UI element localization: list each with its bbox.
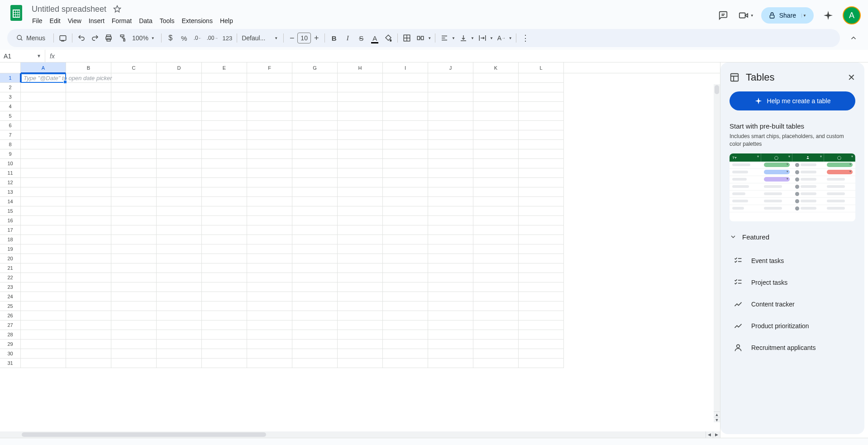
- cell[interactable]: [247, 149, 292, 159]
- cell[interactable]: [111, 111, 157, 121]
- cell[interactable]: [519, 168, 564, 178]
- cell[interactable]: [66, 349, 111, 359]
- cell[interactable]: [66, 73, 111, 83]
- column-header[interactable]: G: [292, 62, 338, 73]
- bold-button[interactable]: B: [328, 31, 340, 45]
- cell[interactable]: [111, 244, 157, 254]
- scroll-left-button[interactable]: ◀: [706, 431, 713, 438]
- cell[interactable]: [21, 73, 66, 83]
- cell[interactable]: [383, 254, 428, 263]
- template-product-prioritization[interactable]: Product prioritization: [730, 315, 855, 337]
- cell[interactable]: [111, 168, 157, 178]
- sheets-tab-icon[interactable]: [57, 31, 69, 45]
- cell[interactable]: [519, 111, 564, 121]
- cell[interactable]: [292, 263, 338, 273]
- cell[interactable]: [428, 273, 473, 282]
- cell[interactable]: [473, 282, 519, 292]
- cell[interactable]: [519, 130, 564, 140]
- cell[interactable]: [519, 340, 564, 349]
- cell[interactable]: [473, 168, 519, 178]
- cell[interactable]: [519, 225, 564, 235]
- cell[interactable]: [428, 244, 473, 254]
- cell[interactable]: [111, 121, 157, 130]
- merge-cells-button[interactable]: ▼: [414, 31, 432, 45]
- cell[interactable]: [338, 225, 383, 235]
- cell[interactable]: [519, 73, 564, 83]
- cell[interactable]: [157, 149, 202, 159]
- cell[interactable]: [157, 178, 202, 187]
- cell[interactable]: [292, 292, 338, 301]
- cell[interactable]: [292, 140, 338, 149]
- cell[interactable]: [157, 235, 202, 244]
- cell[interactable]: [473, 330, 519, 340]
- cell[interactable]: [473, 197, 519, 206]
- cell[interactable]: [473, 111, 519, 121]
- cell[interactable]: [157, 159, 202, 168]
- cell[interactable]: [66, 83, 111, 92]
- cell[interactable]: [21, 206, 66, 216]
- cell[interactable]: [111, 216, 157, 225]
- cell[interactable]: [202, 102, 247, 111]
- menu-tools[interactable]: Tools: [157, 15, 178, 26]
- cell[interactable]: [473, 340, 519, 349]
- cell[interactable]: [157, 311, 202, 321]
- star-icon[interactable]: [113, 5, 122, 14]
- cell[interactable]: [66, 140, 111, 149]
- horizontal-scrollbar[interactable]: ◀ ▶: [0, 431, 720, 438]
- cell[interactable]: [247, 330, 292, 340]
- cell[interactable]: [247, 130, 292, 140]
- cell[interactable]: [473, 235, 519, 244]
- cell[interactable]: [202, 178, 247, 187]
- cell[interactable]: [338, 301, 383, 311]
- cell[interactable]: [383, 168, 428, 178]
- font-size-input[interactable]: [297, 33, 311, 43]
- cell[interactable]: [247, 263, 292, 273]
- cell[interactable]: [383, 235, 428, 244]
- cell[interactable]: [21, 321, 66, 330]
- cell[interactable]: [519, 349, 564, 359]
- column-header[interactable]: H: [338, 62, 383, 73]
- decrease-font-size-button[interactable]: −: [286, 33, 297, 43]
- cell[interactable]: [338, 149, 383, 159]
- cell[interactable]: [157, 349, 202, 359]
- cell[interactable]: [202, 149, 247, 159]
- cell[interactable]: [157, 73, 202, 83]
- more-formats-button[interactable]: 123: [220, 31, 234, 45]
- cell[interactable]: [338, 254, 383, 263]
- row-header[interactable]: 5: [0, 111, 21, 121]
- cell[interactable]: [428, 111, 473, 121]
- cell[interactable]: [111, 349, 157, 359]
- collapse-toolbar-button[interactable]: [846, 31, 861, 45]
- cell[interactable]: [66, 216, 111, 225]
- cell[interactable]: [292, 111, 338, 121]
- cell[interactable]: [473, 83, 519, 92]
- cell[interactable]: [247, 359, 292, 368]
- column-header[interactable]: K: [473, 62, 519, 73]
- cell[interactable]: [247, 206, 292, 216]
- cell[interactable]: [473, 349, 519, 359]
- chevron-down-icon[interactable]: ▼: [37, 53, 41, 58]
- cell[interactable]: [202, 349, 247, 359]
- column-header[interactable]: D: [157, 62, 202, 73]
- cell[interactable]: [21, 311, 66, 321]
- cell[interactable]: [338, 121, 383, 130]
- cell[interactable]: [338, 197, 383, 206]
- cell[interactable]: [473, 187, 519, 197]
- cell[interactable]: [66, 121, 111, 130]
- cell[interactable]: [428, 83, 473, 92]
- redo-button[interactable]: [89, 31, 101, 45]
- cell[interactable]: [338, 168, 383, 178]
- cell[interactable]: [292, 321, 338, 330]
- cell[interactable]: [338, 178, 383, 187]
- cell[interactable]: [157, 130, 202, 140]
- cell[interactable]: [21, 187, 66, 197]
- cell[interactable]: [383, 102, 428, 111]
- cell[interactable]: [111, 301, 157, 311]
- cell[interactable]: [338, 359, 383, 368]
- cell[interactable]: [157, 168, 202, 178]
- cell[interactable]: [21, 263, 66, 273]
- borders-button[interactable]: [401, 31, 413, 45]
- gemini-icon[interactable]: [819, 6, 837, 24]
- cell[interactable]: [157, 244, 202, 254]
- menu-format[interactable]: Format: [109, 15, 135, 26]
